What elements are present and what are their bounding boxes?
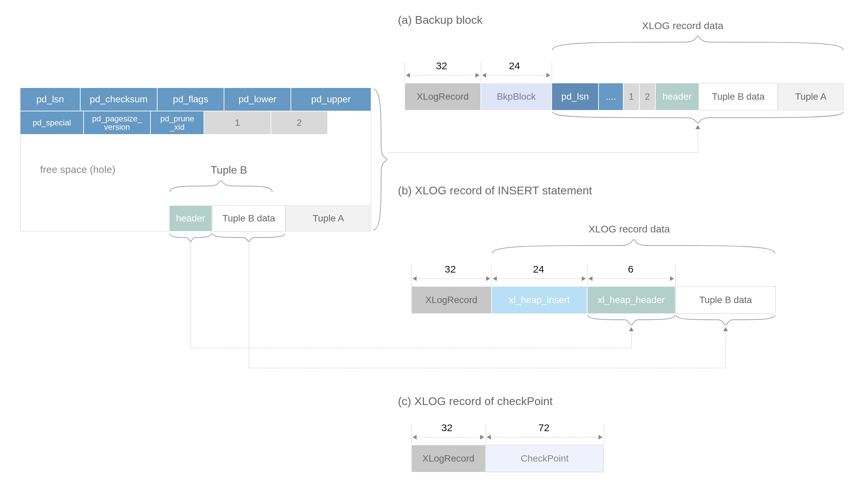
a-lp1: 1 (623, 83, 639, 110)
conn2-v-left (249, 242, 249, 368)
c-dim-xlog-val: 32 (441, 422, 452, 433)
b-arrow-up-2 (723, 327, 728, 331)
tuple-b-data-under-brace (212, 233, 286, 243)
a-dim-bkp-val: 24 (509, 60, 520, 71)
a-tuple-b-data: Tuple B data (699, 83, 778, 110)
b-dim-insert (493, 276, 586, 282)
a-dim-xlog (406, 72, 479, 78)
b-under-brace-data (676, 314, 776, 326)
a-tick-1 (481, 62, 481, 82)
cell-pd-upper: pd_upper (291, 88, 371, 111)
conn1-v-right (631, 331, 632, 348)
tuple-b-label: Tuple B (211, 164, 247, 176)
b-arrow-up-1 (629, 327, 634, 331)
a-arrow-up (695, 125, 700, 129)
c-tick-0 (411, 424, 412, 444)
conn1-h (190, 348, 631, 348)
a-header: header (655, 83, 699, 110)
cell-pd-lower: pd_lower (224, 88, 291, 111)
conn1-v-left (190, 242, 191, 348)
a-pd-lsn: pd_lsn (552, 83, 599, 110)
a-dots: .... (599, 83, 623, 110)
section-b-title: (b) XLOG record of INSERT statement (398, 184, 592, 197)
section-a-title: (a) Backup block (398, 13, 482, 26)
a-xlogrecord: XLogRecord (405, 83, 481, 110)
b-xlogrecord: XLogRecord (411, 286, 491, 314)
b-tick-2 (587, 266, 588, 286)
a-tick-0 (405, 62, 405, 82)
b-dim-xlog-val: 32 (445, 264, 456, 275)
page-to-backup-brace (372, 88, 389, 231)
a-tick-2 (552, 62, 552, 82)
tuple-b-brace (169, 179, 273, 193)
b-tick-3 (676, 266, 676, 286)
b-tick-0 (411, 266, 412, 286)
cell-pd-pagesize-version: pd_pagesize_ version (84, 111, 150, 135)
tuple-b-header-under-brace (169, 233, 212, 243)
cell-tuple-b-header: header (169, 205, 212, 231)
c-dim-xlog (413, 434, 484, 440)
a-data-brace (552, 35, 844, 51)
c-tick-2 (604, 424, 604, 444)
b-dim-xlog (413, 276, 490, 282)
c-checkpoint: CheckPoint (485, 445, 604, 472)
c-dim-chk (487, 434, 602, 440)
cell-lp1: 1 (204, 111, 271, 135)
page-to-a-hline (387, 152, 698, 153)
c-xlogrecord: XLogRecord (411, 445, 485, 472)
b-dim-header (589, 276, 674, 282)
section-c-title: (c) XLOG record of checkPoint (398, 395, 553, 408)
cell-lp2: 2 (271, 111, 328, 135)
cell-tuple-b-data: Tuple B data (212, 205, 286, 231)
a-bkpblock: BkpBlock (481, 83, 552, 110)
section-a-data-label: XLOG record data (642, 20, 723, 31)
b-xl-heap-header: xl_heap_header (587, 286, 676, 314)
cell-tuple-a: Tuple A (286, 205, 371, 231)
diagram-canvas: pd_lsn pd_checksum pd_flags pd_lower pd_… (0, 0, 868, 491)
a-arrow-vline (698, 129, 698, 152)
conn2-h (249, 368, 725, 368)
a-dim-xlog-val: 32 (436, 60, 447, 71)
conn2-v-right (725, 331, 726, 368)
free-space-label: free space (hole) (40, 164, 115, 175)
a-under-brace (552, 111, 844, 124)
b-data-brace (491, 238, 776, 254)
a-dim-bkp (482, 72, 550, 78)
section-b-data-label: XLOG record data (589, 224, 670, 235)
b-xl-heap-insert: xl_heap_insert (491, 286, 587, 314)
b-dim-header-val: 6 (628, 264, 634, 275)
cell-pd-checksum: pd_checksum (80, 88, 157, 111)
b-under-brace-header (587, 314, 676, 326)
cell-pd-special: pd_special (20, 111, 84, 135)
a-lp2: 2 (639, 83, 655, 110)
b-tuple-b-data: Tuple B data (676, 286, 776, 314)
c-dim-chk-val: 72 (538, 422, 549, 433)
b-tick-1 (491, 266, 492, 286)
a-tuple-a: Tuple A (778, 83, 844, 110)
b-dim-insert-val: 24 (533, 264, 544, 275)
cell-pd-lsn: pd_lsn (20, 88, 80, 111)
cell-pd-prune-xid: pd_prune _xid (150, 111, 204, 135)
c-tick-1 (485, 424, 486, 444)
cell-pd-flags: pd_flags (157, 88, 224, 111)
